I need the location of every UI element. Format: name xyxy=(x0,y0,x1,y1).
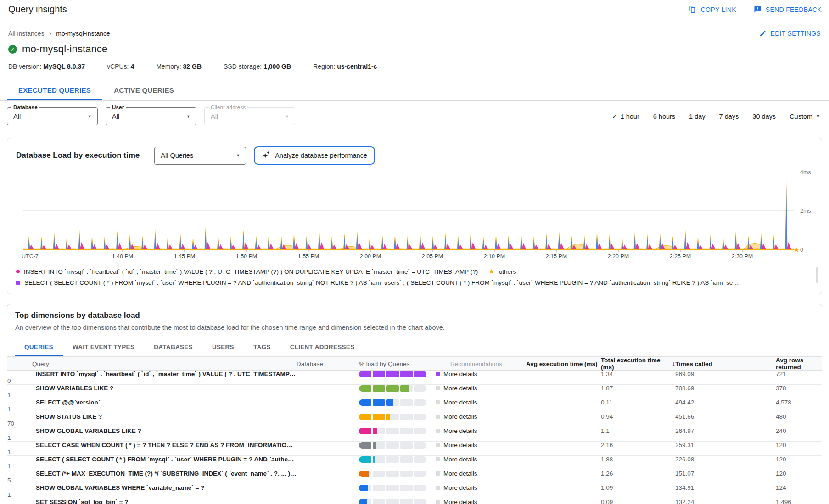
sparkle-icon xyxy=(262,150,270,161)
load-bar-segment xyxy=(414,499,426,504)
load-bar-segment xyxy=(400,385,413,392)
more-details-cell: More details xyxy=(436,484,526,491)
dimension-tab-wait-event-types[interactable]: WAIT EVENT TYPES xyxy=(63,338,144,356)
filter-database[interactable]: DatabaseAll▼ xyxy=(7,107,98,125)
copy-link-button[interactable]: COPY LINK xyxy=(689,6,736,13)
query-filter-select[interactable]: All Queries ▼ xyxy=(154,147,246,165)
top-dimensions-title: Top dimensions by database load xyxy=(7,311,822,320)
load-bar-segment xyxy=(359,471,371,477)
legend-item[interactable]: INSERT INTO `mysql` . `heartbeat` ( `id`… xyxy=(16,266,813,277)
more-details-cell: More details xyxy=(436,470,526,477)
tab-active-queries[interactable]: ACTIVE QUERIES xyxy=(102,80,185,100)
more-details-link[interactable]: More details xyxy=(443,413,477,420)
filter-user[interactable]: UserAll▼ xyxy=(106,107,196,125)
analyze-database-performance-button[interactable]: Analyze database performance xyxy=(254,146,375,165)
times-called-cell: 124 xyxy=(776,484,822,491)
load-bar-fill xyxy=(373,442,376,449)
top-bar: Query insights COPY LINK SEND FEEDBACK xyxy=(0,0,829,19)
time-range-custom[interactable]: Custom▼ xyxy=(790,113,820,120)
time-range-7-days[interactable]: 7 days xyxy=(719,113,739,120)
load-bar-segment xyxy=(400,399,413,406)
load-bar-fill xyxy=(359,485,368,491)
more-details-link[interactable]: More details xyxy=(443,371,477,377)
load-bar-segment xyxy=(373,485,385,491)
load-cell xyxy=(359,499,436,504)
query-cell[interactable]: SELECT ( SELECT COUNT ( * ) FROM `mysql`… xyxy=(7,456,297,463)
sort-descending-icon: ↓ xyxy=(672,360,675,367)
query-cell[interactable]: SELECT @@`version` xyxy=(7,399,297,406)
svg-text:2:15 PM: 2:15 PM xyxy=(546,253,567,260)
page-title: Query insights xyxy=(8,4,67,15)
query-cell[interactable]: SELECT /*+ MAX_EXECUTION_TIME (?) */ `SU… xyxy=(7,470,297,477)
more-details-link[interactable]: More details xyxy=(443,470,477,477)
load-bar-segment xyxy=(373,456,385,463)
total-execution-time-cell: 264.97 xyxy=(675,427,776,434)
query-color-marker xyxy=(436,386,440,390)
svg-text:0: 0 xyxy=(800,247,803,253)
main-tabs: EXECUTED QUERIESACTIVE QUERIES xyxy=(0,80,829,101)
instance-meta-item: vCPUs: 4 xyxy=(107,63,134,70)
query-color-marker xyxy=(436,500,440,504)
dimension-tab-queries[interactable]: QUERIES xyxy=(15,338,63,356)
send-feedback-button[interactable]: SEND FEEDBACK xyxy=(754,6,822,13)
times-called-cell: 1,496 xyxy=(776,498,822,504)
more-details-cell: More details xyxy=(436,371,526,377)
load-bar-fill xyxy=(359,428,371,434)
column-header-query: Query xyxy=(7,360,297,367)
query-cell[interactable]: SET SESSION `sql_log_bin` = ? xyxy=(7,498,297,504)
instance-status-ok-icon: ✓ xyxy=(8,45,17,54)
load-cell xyxy=(359,471,436,477)
more-details-link[interactable]: More details xyxy=(443,399,477,406)
legend-scrollbar[interactable] xyxy=(816,267,818,283)
legend-item[interactable]: SELECT ( SELECT COUNT ( * ) FROM `mysql`… xyxy=(16,277,813,288)
column-header-avg-execution-time-ms-[interactable]: Avg execution time (ms) xyxy=(526,360,601,367)
times-called-cell: 120 xyxy=(776,456,822,463)
time-range-6-hours[interactable]: 6 hours xyxy=(653,113,675,120)
load-bar-segment xyxy=(386,414,399,420)
more-details-link[interactable]: More details xyxy=(443,484,477,491)
more-details-link[interactable]: More details xyxy=(443,427,477,434)
tab-executed-queries[interactable]: EXECUTED QUERIES xyxy=(7,80,102,100)
svg-text:2:20 PM: 2:20 PM xyxy=(608,253,629,260)
load-bar-segment xyxy=(414,428,426,434)
load-bar-segment xyxy=(400,414,413,420)
query-cell[interactable]: SHOW STATUS LIKE ? xyxy=(7,413,297,420)
instance-meta-value: MySQL 8.0.37 xyxy=(43,63,85,70)
column-header-avg-rows-returned[interactable]: Avg rows returned xyxy=(776,357,822,371)
query-cell[interactable]: INSERT INTO `mysql` . `heartbeat` ( `id`… xyxy=(7,371,297,377)
query-cell[interactable]: SHOW GLOBAL VARIABLES WHERE `variable_na… xyxy=(7,484,297,491)
more-details-link[interactable]: More details xyxy=(443,456,477,463)
more-details-link[interactable]: More details xyxy=(443,442,477,449)
query-cell[interactable]: SHOW VARIABLES LIKE ? xyxy=(7,385,297,392)
times-called-cell: 120 xyxy=(776,442,822,449)
legend-others-label[interactable]: others xyxy=(499,268,516,275)
dimension-tab-users[interactable]: USERS xyxy=(202,338,244,356)
time-range-30-days[interactable]: 30 days xyxy=(752,113,776,120)
times-called-cell: 480 xyxy=(776,413,822,420)
load-bar xyxy=(359,428,426,434)
more-details-link[interactable]: More details xyxy=(443,498,477,504)
load-bar-fill xyxy=(414,371,426,377)
table-header-row: QueryDatabase% load by QueriesRecommenda… xyxy=(7,356,822,371)
time-range-label: 1 day xyxy=(689,113,705,120)
dimension-tab-tags[interactable]: TAGS xyxy=(244,338,280,356)
dimension-tab-databases[interactable]: DATABASES xyxy=(144,338,202,356)
load-bar-segment xyxy=(386,371,399,377)
edit-settings-button[interactable]: EDIT SETTINGS xyxy=(759,30,821,37)
time-range-1-day[interactable]: 1 day xyxy=(689,113,705,120)
load-bar xyxy=(359,442,426,449)
instance-name: mo-mysql-instance xyxy=(22,43,107,55)
query-cell[interactable]: SELECT CASE WHEN COUNT ( * ) = ? THEN ? … xyxy=(7,442,297,449)
filter-label: User xyxy=(110,105,126,110)
load-bar-segment xyxy=(359,428,371,434)
breadcrumb-all-instances[interactable]: All instances xyxy=(8,30,45,37)
load-bar-fill xyxy=(386,414,390,420)
query-cell[interactable]: SHOW GLOBAL VARIABLES LIKE ? xyxy=(7,427,297,434)
time-range-1-hour[interactable]: ✓1 hour xyxy=(612,113,639,120)
database-load-chart: 4ms2ms0★UTC-71:40 PM1:45 PM1:50 PM1:55 P… xyxy=(16,167,813,264)
instance-header: ✓ mo-mysql-instance xyxy=(7,43,822,55)
dimension-tab-client-addresses[interactable]: CLIENT ADDRESSES xyxy=(280,338,364,356)
more-details-link[interactable]: More details xyxy=(443,385,477,392)
column-header-total-execution-time-ms-[interactable]: Total execution time (ms)↓ xyxy=(601,357,675,371)
column-header-times-called[interactable]: Times called xyxy=(675,360,776,367)
